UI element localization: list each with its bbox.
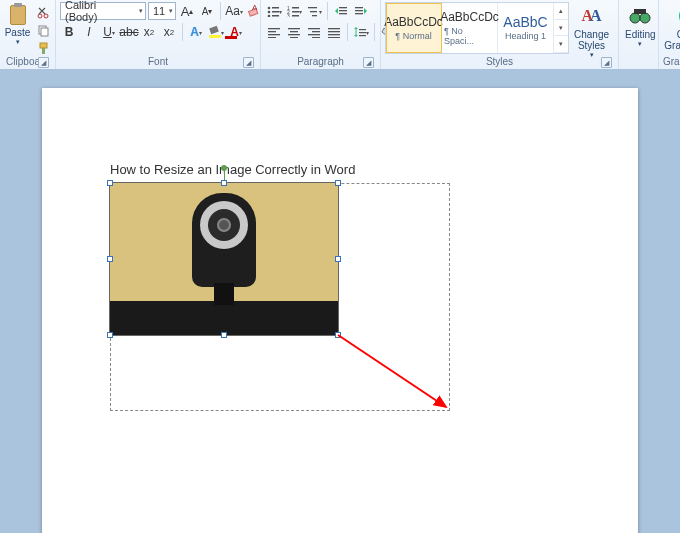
open-grammarly-button[interactable]: Open Grammarly: [663, 2, 680, 53]
strikethrough-button[interactable]: abc: [120, 23, 138, 41]
decrease-indent-button[interactable]: [332, 2, 350, 20]
embedded-image[interactable]: [110, 183, 338, 335]
font-name-combo[interactable]: Calibri (Body) ▾: [60, 2, 146, 20]
superscript-button[interactable]: x2: [160, 23, 178, 41]
brush-icon: [37, 42, 50, 55]
svg-rect-22: [308, 7, 317, 8]
svg-rect-45: [328, 34, 340, 35]
svg-rect-8: [209, 26, 219, 34]
svg-rect-43: [328, 28, 340, 29]
justify-icon: [328, 26, 340, 38]
bold-button[interactable]: B: [60, 23, 78, 41]
grow-font-button[interactable]: A▴: [178, 2, 196, 20]
style-no-spacing[interactable]: AaBbCcDc ¶ No Spaci...: [442, 3, 498, 53]
svg-rect-49: [359, 32, 366, 33]
increase-indent-button[interactable]: [352, 2, 370, 20]
svg-rect-32: [268, 31, 276, 32]
shrink-font-button[interactable]: A▾: [198, 2, 216, 20]
align-center-button[interactable]: [285, 23, 303, 41]
resize-handle-bl[interactable]: [107, 332, 113, 338]
svg-rect-30: [355, 13, 363, 14]
italic-button[interactable]: I: [80, 23, 98, 41]
font-size-value: 11: [153, 5, 165, 17]
svg-rect-44: [328, 31, 340, 32]
binoculars-icon: [628, 4, 652, 28]
font-dialog-launcher[interactable]: ◢: [243, 57, 254, 68]
gallery-more[interactable]: ▾: [554, 36, 568, 53]
svg-rect-41: [308, 34, 320, 35]
copy-button[interactable]: [35, 22, 51, 38]
outdent-icon: [335, 5, 347, 17]
paste-button[interactable]: Paste ▾: [4, 2, 31, 46]
scissors-icon: [37, 6, 50, 19]
font-size-combo[interactable]: 11 ▾: [148, 2, 176, 20]
style-normal[interactable]: AaBbCcDc ¶ Normal: [386, 3, 442, 53]
line-spacing-icon: [354, 26, 366, 38]
justify-button[interactable]: [325, 23, 343, 41]
editing-button[interactable]: Editing ▾: [623, 2, 658, 50]
style-heading1[interactable]: AaBbC Heading 1: [498, 3, 554, 53]
svg-rect-36: [290, 31, 298, 32]
svg-rect-23: [310, 11, 317, 12]
svg-rect-39: [308, 28, 320, 29]
svg-point-10: [267, 7, 270, 10]
svg-rect-48: [359, 29, 366, 30]
numbering-button[interactable]: 123▾: [285, 2, 303, 20]
svg-rect-11: [272, 7, 279, 9]
highlight-button[interactable]: ▾: [207, 23, 225, 41]
align-right-icon: [308, 26, 320, 38]
clipboard-dialog-launcher[interactable]: ◢: [38, 57, 49, 68]
text-effects-button[interactable]: A▾: [187, 23, 205, 41]
resize-handle-tc[interactable]: [221, 180, 227, 186]
format-painter-button[interactable]: [35, 40, 51, 56]
change-styles-icon: AA: [580, 4, 604, 28]
group-font: Calibri (Body) ▾ 11 ▾ A▴ A▾ Aa▾ A: [56, 0, 261, 69]
svg-point-14: [267, 15, 270, 17]
paragraph-dialog-launcher[interactable]: ◢: [363, 57, 374, 68]
bullets-button[interactable]: ▾: [265, 2, 283, 20]
svg-rect-9: [209, 35, 221, 38]
align-right-button[interactable]: [305, 23, 323, 41]
indent-icon: [355, 5, 367, 17]
svg-rect-25: [339, 7, 347, 8]
svg-rect-15: [272, 15, 279, 17]
svg-rect-26: [339, 10, 347, 11]
number-list-icon: 123: [287, 5, 299, 17]
resize-handle-rc[interactable]: [335, 256, 341, 262]
group-label-grammarly: Grammarly: [663, 56, 680, 67]
svg-point-1: [44, 14, 48, 18]
change-styles-button[interactable]: AA Change Styles ▾: [569, 2, 614, 61]
svg-rect-34: [268, 37, 276, 38]
svg-rect-27: [339, 13, 347, 14]
ribbon: Paste ▾ Clipboard ◢: [0, 0, 680, 70]
resize-handle-br[interactable]: [335, 332, 341, 338]
svg-point-54: [630, 13, 640, 23]
resize-handle-tl[interactable]: [107, 180, 113, 186]
svg-point-0: [38, 14, 42, 18]
svg-rect-13: [272, 11, 279, 13]
svg-rect-35: [288, 28, 300, 29]
font-color-button[interactable]: A▾: [227, 23, 245, 41]
gallery-down[interactable]: ▾: [554, 20, 568, 37]
styles-dialog-launcher[interactable]: ◢: [601, 57, 612, 68]
styles-gallery-scroll: ▴ ▾ ▾: [554, 3, 568, 53]
svg-point-12: [267, 11, 270, 14]
change-case-button[interactable]: Aa▾: [225, 2, 243, 20]
chevron-down-icon: ▾: [169, 7, 173, 15]
cut-button[interactable]: [35, 4, 51, 20]
document-page[interactable]: How to Resize an Image Correctly in Word: [42, 88, 638, 533]
align-left-button[interactable]: [265, 23, 283, 41]
svg-rect-28: [355, 7, 363, 8]
resize-handle-tr[interactable]: [335, 180, 341, 186]
underline-button[interactable]: U▾: [100, 23, 118, 41]
image-resize-container: [110, 183, 570, 335]
subscript-button[interactable]: x2: [140, 23, 158, 41]
resize-handle-lc[interactable]: [107, 256, 113, 262]
svg-rect-31: [268, 28, 280, 29]
font-name-value: Calibri (Body): [65, 0, 131, 23]
line-spacing-button[interactable]: ▾: [352, 23, 370, 41]
resize-handle-bc[interactable]: [221, 332, 227, 338]
svg-rect-46: [328, 37, 340, 38]
multilevel-button[interactable]: ▾: [305, 2, 323, 20]
gallery-up[interactable]: ▴: [554, 3, 568, 20]
